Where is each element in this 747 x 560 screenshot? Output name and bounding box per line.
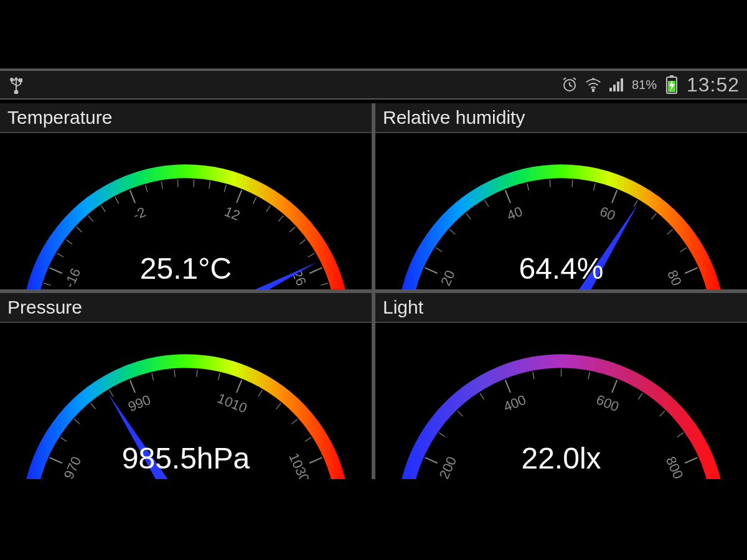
- alarm-icon: [561, 76, 578, 93]
- svg-line-75: [466, 213, 471, 219]
- svg-rect-10: [609, 88, 612, 91]
- svg-line-77: [505, 190, 510, 203]
- svg-point-9: [592, 89, 594, 91]
- svg-text:400: 400: [501, 392, 528, 415]
- svg-line-38: [146, 185, 148, 192]
- svg-line-83: [612, 190, 617, 203]
- svg-text:600: 600: [594, 392, 621, 415]
- svg-point-1: [15, 91, 18, 94]
- svg-line-81: [572, 180, 573, 187]
- svg-line-31: [66, 240, 72, 244]
- svg-text:990: 990: [126, 392, 153, 415]
- svg-line-118: [237, 380, 242, 393]
- svg-line-143: [458, 411, 463, 416]
- svg-rect-13: [621, 78, 623, 91]
- svg-line-150: [612, 380, 617, 393]
- svg-line-109: [74, 419, 80, 424]
- svg-line-40: [177, 180, 178, 187]
- gauge-light[interactable]: Light 02004006008001000 22.0lx: [375, 293, 747, 479]
- svg-line-87: [667, 230, 673, 235]
- svg-line-35: [115, 197, 119, 204]
- app-frame: 81% 13:52 Temperature -30-16-2122640 25.…: [0, 68, 747, 479]
- signal-icon: [608, 76, 626, 93]
- svg-line-32: [77, 227, 82, 232]
- svg-rect-3: [19, 79, 22, 82]
- gauge-title: Relative humidity: [375, 103, 747, 133]
- svg-line-41: [194, 180, 194, 187]
- svg-line-43: [224, 185, 226, 192]
- svg-line-39: [161, 181, 162, 189]
- svg-line-112: [130, 380, 135, 393]
- svg-line-74: [449, 230, 455, 235]
- gauge-humidity[interactable]: Relative humidity 020406080100 64.4%: [375, 103, 747, 289]
- svg-line-79: [527, 184, 529, 191]
- svg-line-42: [209, 181, 210, 189]
- status-bar: 81% 13:52: [0, 68, 747, 100]
- svg-line-117: [218, 373, 220, 381]
- battery-charging-icon: [663, 76, 680, 93]
- svg-line-34: [101, 205, 106, 212]
- svg-line-7: [563, 78, 566, 80]
- gauge-value: 64.4%: [375, 251, 747, 286]
- svg-text:60: 60: [598, 203, 618, 223]
- gauge-grid: Temperature -30-16-2122640 25.1°C Relati…: [0, 103, 747, 479]
- svg-rect-11: [613, 85, 616, 91]
- gauge-pressure[interactable]: Pressure 950970990101010301050 985.5hPa: [0, 293, 372, 479]
- svg-line-154: [677, 432, 684, 437]
- svg-line-6: [570, 85, 572, 86]
- svg-line-121: [276, 403, 281, 409]
- svg-line-153: [660, 411, 665, 416]
- svg-line-111: [110, 390, 113, 396]
- svg-line-8: [573, 78, 576, 80]
- svg-text:-2: -2: [131, 204, 148, 223]
- svg-line-147: [533, 372, 534, 380]
- svg-line-120: [258, 390, 262, 396]
- battery-percent: 81%: [632, 78, 657, 92]
- svg-rect-12: [617, 82, 619, 91]
- clock: 13:52: [687, 73, 740, 96]
- svg-rect-15: [670, 75, 674, 77]
- svg-line-149: [588, 372, 590, 380]
- svg-line-50: [299, 240, 306, 244]
- svg-line-33: [88, 216, 93, 222]
- gauge-title: Temperature: [0, 103, 372, 133]
- svg-text:12: 12: [222, 203, 242, 223]
- svg-line-145: [505, 380, 510, 393]
- svg-line-144: [480, 393, 484, 399]
- svg-line-152: [638, 393, 642, 399]
- svg-point-2: [11, 78, 13, 81]
- svg-line-48: [278, 216, 283, 222]
- svg-line-36: [130, 190, 135, 203]
- gauge-value: 25.1°C: [0, 251, 372, 286]
- svg-line-115: [174, 370, 175, 377]
- svg-line-44: [237, 190, 242, 203]
- svg-line-114: [152, 373, 154, 381]
- usb-icon: [7, 76, 25, 93]
- svg-line-49: [289, 227, 295, 232]
- svg-line-86: [652, 213, 657, 219]
- svg-line-122: [292, 419, 298, 424]
- svg-text:1010: 1010: [215, 390, 250, 416]
- svg-line-76: [485, 200, 489, 207]
- svg-text:40: 40: [505, 203, 525, 223]
- wifi-icon: [585, 76, 602, 93]
- svg-line-80: [550, 180, 550, 187]
- svg-line-110: [91, 403, 96, 409]
- gauge-temperature[interactable]: Temperature -30-16-2122640 25.1°C: [0, 103, 372, 289]
- svg-line-82: [593, 184, 595, 191]
- gauge-title: Pressure: [0, 293, 372, 323]
- svg-line-142: [439, 432, 445, 437]
- svg-line-46: [253, 197, 256, 204]
- gauge-title: Light: [375, 293, 747, 323]
- svg-line-47: [266, 205, 271, 212]
- gauge-value: 985.5hPa: [0, 441, 372, 475]
- svg-line-116: [197, 370, 197, 377]
- gauge-value: 22.0lx: [375, 441, 747, 475]
